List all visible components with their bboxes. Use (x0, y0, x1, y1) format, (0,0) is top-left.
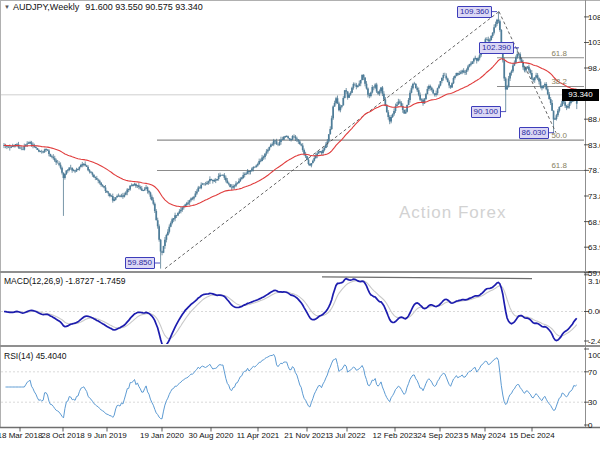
chart-ohlc-values: 91.600 93.550 90.575 93.340 (85, 2, 203, 12)
macd-signal-line (4, 281, 577, 339)
pane-resize-handle-macd[interactable] (0, 269, 585, 275)
chart-symbol-label: AUDJPY,Weekly (13, 2, 79, 12)
chart-canvas[interactable] (0, 0, 600, 450)
chart-title-bar: ▼AUDJPY,Weekly91.600 93.550 90.575 93.34… (4, 2, 203, 12)
price-pane (1, 12, 584, 269)
pane-resize-handle-rsi[interactable] (0, 343, 585, 349)
current-price-badge: 93.340 (562, 89, 599, 101)
macd-resistance-line[interactable] (322, 277, 532, 279)
rsi-line (6, 354, 577, 418)
symbol-dropdown-icon[interactable]: ▼ (4, 4, 10, 10)
macd-label: MACD(12,26,9) -1.8727 -1.7459 (4, 276, 125, 286)
rsi-pane (1, 354, 584, 418)
chart-window: ▼AUDJPY,Weekly91.600 93.550 90.575 93.34… (0, 0, 600, 450)
trendline[interactable] (499, 12, 556, 133)
rsi-label: RSI(14) 45.4040 (4, 351, 66, 361)
moving-average-line (4, 59, 577, 207)
macd-main-line (4, 279, 577, 346)
macd-pane (1, 277, 584, 346)
watermark: Action Forex (399, 203, 506, 223)
